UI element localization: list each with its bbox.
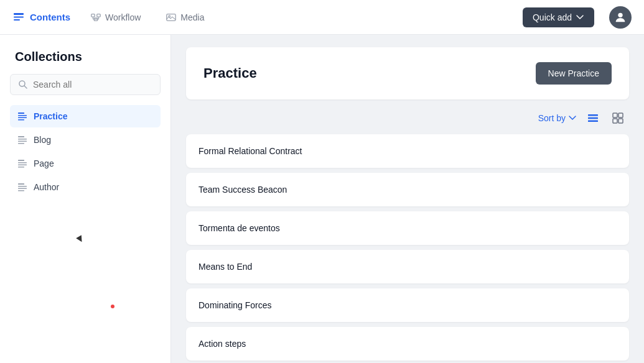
page-icon [17, 159, 27, 168]
svg-rect-19 [18, 136, 24, 137]
practice-list: Formal Relational Contract Team Success … [186, 134, 629, 361]
user-avatar[interactable] [609, 6, 632, 29]
practice-icon [17, 111, 27, 121]
svg-rect-23 [18, 160, 24, 161]
svg-rect-17 [18, 117, 27, 119]
svg-rect-16 [18, 115, 27, 116]
search-input[interactable] [33, 80, 152, 90]
svg-rect-33 [588, 121, 598, 122]
nav-workflow[interactable]: Workflow [85, 9, 146, 25]
sidebar-item-author-label: Author [34, 182, 59, 192]
workflow-label: Workflow [105, 12, 141, 22]
practice-item-0[interactable]: Formal Relational Contract [186, 134, 629, 168]
search-box[interactable] [10, 74, 161, 95]
svg-rect-34 [613, 113, 617, 117]
svg-rect-35 [618, 113, 623, 117]
practice-item-3[interactable]: Means to End [186, 250, 629, 283]
svg-rect-1 [14, 16, 24, 17]
practice-item-title-1: Team Success Beacon [198, 185, 287, 195]
svg-rect-18 [18, 119, 24, 121]
sidebar-title: Collections [10, 50, 161, 64]
collection-title: Practice [203, 65, 257, 81]
svg-rect-28 [18, 186, 27, 187]
svg-rect-30 [18, 190, 24, 191]
sidebar-item-practice[interactable]: Practice [10, 105, 161, 127]
svg-rect-29 [18, 188, 27, 190]
practice-item-title-3: Means to End [198, 262, 252, 272]
sort-by-label: Sort by [538, 113, 566, 123]
workflow-icon [90, 12, 101, 23]
search-icon [18, 80, 28, 90]
svg-rect-4 [97, 14, 100, 17]
sort-by-button[interactable]: Sort by [538, 113, 577, 123]
list-view-button[interactable] [584, 109, 602, 127]
svg-rect-3 [91, 14, 95, 17]
notification-dot [111, 305, 114, 308]
top-nav: Contents Workflow Media Quick add [0, 0, 644, 35]
media-label: Media [180, 12, 204, 22]
chevron-down-icon [576, 13, 584, 22]
grid-view-button[interactable] [609, 109, 627, 127]
svg-rect-0 [14, 13, 24, 15]
svg-line-14 [24, 86, 27, 88]
practice-item-1[interactable]: Team Success Beacon [186, 173, 629, 206]
contents-icon [12, 11, 25, 24]
svg-rect-25 [18, 165, 27, 166]
list-toolbar: Sort by [186, 109, 629, 127]
grid-view-icon [612, 112, 624, 124]
svg-rect-36 [613, 119, 617, 123]
practice-item-title-4: Dominating Forces [198, 300, 272, 310]
sort-chevron-icon [568, 114, 577, 122]
sidebar-item-author[interactable]: Author [10, 176, 161, 198]
author-icon [17, 182, 27, 192]
sidebar-item-page-label: Page [34, 159, 54, 168]
svg-rect-15 [18, 113, 24, 114]
svg-rect-31 [588, 114, 598, 116]
practice-item-title-2: Tormenta de eventos [198, 223, 280, 233]
practice-item-5[interactable]: Action steps [186, 327, 629, 361]
svg-rect-2 [14, 19, 20, 21]
media-icon [166, 12, 177, 23]
nav-contents[interactable]: Contents [12, 11, 70, 24]
quick-add-button[interactable]: Quick add [523, 7, 594, 27]
nav-media[interactable]: Media [161, 9, 209, 25]
practice-item-2[interactable]: Tormenta de eventos [186, 211, 629, 245]
practice-item-4[interactable]: Dominating Forces [186, 288, 629, 322]
practice-item-title-0: Formal Relational Contract [198, 146, 302, 156]
sidebar: Collections Practice [0, 35, 171, 363]
main-layout: Collections Practice [0, 35, 644, 363]
sidebar-item-blog-label: Blog [34, 135, 51, 145]
new-practice-button[interactable]: New Practice [536, 62, 612, 85]
svg-rect-21 [18, 141, 27, 142]
practice-item-title-5: Action steps [198, 339, 246, 349]
svg-rect-22 [18, 143, 24, 144]
svg-rect-24 [18, 162, 27, 163]
svg-rect-32 [588, 117, 598, 119]
user-icon [614, 11, 627, 24]
sidebar-item-blog[interactable]: Blog [10, 129, 161, 151]
sidebar-item-page[interactable]: Page [10, 152, 161, 175]
svg-rect-27 [18, 183, 24, 185]
list-view-icon [587, 112, 599, 124]
svg-rect-37 [618, 119, 623, 123]
contents-label: Contents [30, 12, 70, 22]
content-area: Practice New Practice Sort by [171, 35, 644, 363]
sidebar-item-practice-label: Practice [34, 111, 67, 121]
collection-header-card: Practice New Practice [186, 47, 629, 99]
svg-rect-26 [18, 167, 24, 168]
svg-point-12 [618, 12, 622, 17]
quick-add-label: Quick add [533, 12, 572, 22]
svg-rect-20 [18, 139, 27, 140]
blog-icon [17, 135, 27, 145]
